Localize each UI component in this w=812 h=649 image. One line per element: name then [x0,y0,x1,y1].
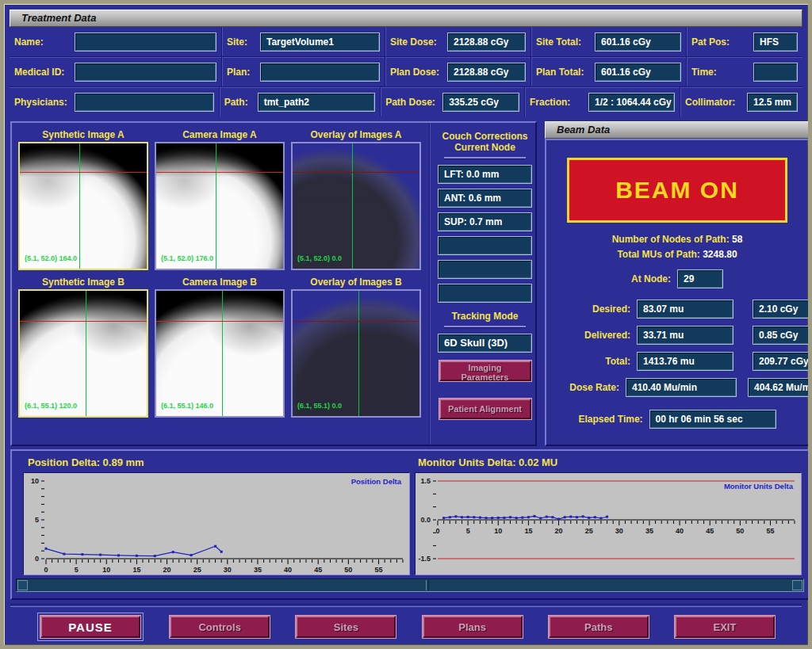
couch-empty-field-1 [438,236,532,255]
patient-alignment-button[interactable]: Patient Alignment [439,399,531,419]
elapsed-time-field: 00 hr 06 min 56 sec [649,410,776,429]
total-label: Total: [557,356,630,367]
tracking-mode-field[interactable]: 6D Skull (3D) [438,334,532,353]
crosshair-vline [79,143,80,269]
fraction-label: Fraction: [530,97,588,108]
scrollbar-left-cap[interactable] [17,580,28,590]
plan-dose-field: 2128.88 cGy [447,63,526,82]
crosshair-vline [352,143,353,269]
synthetic-image-a[interactable]: (5.1, 52.0) 164.0 [18,142,148,270]
name-label: Name: [14,36,75,48]
delivered-mu-field: 33.71 mu [637,326,733,345]
svg-text:-1.5: -1.5 [418,555,431,563]
dose-rate-row: Dose Rate: 410.40 Mu/min 404.62 Mu/min [557,378,797,397]
total-mus-label: Total MUs of Path: [617,249,699,260]
pause-button[interactable]: PAUSE [40,616,140,638]
crosshair-hline [156,321,283,322]
header-row-3: Physicians: Path:tmt_path2 Path Dose:335… [10,87,802,116]
current-node-subtitle: Current Node [438,142,532,153]
crosshair-hline [20,321,147,322]
svg-text:25: 25 [585,527,593,535]
scrollbar-right-cap[interactable] [792,580,802,590]
desired-mu-field: 83.07 mu [637,300,733,319]
svg-text:30: 30 [224,566,232,574]
image-coordinates: (6.1, 55.1) 0.0 [297,402,342,410]
svg-text:0: 0 [35,555,39,563]
paths-button[interactable]: Paths [549,616,649,638]
camera-b-title: Camera Image B [155,277,285,289]
site-label: Site: [227,36,260,48]
imaging-parameters-button[interactable]: Imaging Parameters [439,361,531,381]
couch-corrections-title: Couch Corrections [438,131,532,142]
plan-dose-label: Plan Dose: [390,67,447,78]
svg-text:Monitor Units Delta: Monitor Units Delta [724,482,794,491]
couch-empty-field-3 [438,284,532,303]
path-dose-field: 335.25 cGy [442,93,519,112]
svg-text:40: 40 [284,566,292,574]
svg-text:5: 5 [466,527,470,535]
medical-id-field[interactable] [75,63,216,82]
site-dose-field: 2128.88 cGy [447,32,526,52]
elapsed-time-label: Elapsed Time: [578,414,642,425]
svg-text:10: 10 [31,477,39,485]
crosshair-vline [86,291,86,416]
overlay-a-title: Overlay of Images A [291,129,421,142]
footer-buttons: PAUSE Controls Sites Plans Paths EXIT [4,609,808,644]
synthetic-image-b[interactable]: (6.1, 55.1) 120.0 [18,289,148,418]
svg-text:25: 25 [193,566,201,574]
pat-pos-field: HFS [753,32,798,52]
crosshair-hline [20,172,147,173]
couch-sup-field: SUP: 0.7 mm [438,212,532,231]
svg-text:35: 35 [645,527,653,535]
plans-button[interactable]: Plans [423,616,523,638]
nodes-of-path-value: 58 [732,234,742,245]
svg-text:45: 45 [706,527,714,535]
path-field[interactable]: tmt_path2 [258,93,376,112]
svg-text:50: 50 [736,527,744,535]
controls-button[interactable]: Controls [170,616,270,638]
camera-image-a[interactable]: (5.1, 52.0) 176.0 [155,142,285,270]
collimator-label: Collimator: [685,97,747,108]
horizontal-scrollbar[interactable] [16,578,804,592]
crosshair-vline [358,291,359,416]
at-node-label: At Node: [631,273,671,284]
nodes-of-path-label: Number of Nodes of Path: [612,234,730,245]
overlay-image-a[interactable]: (5.1, 52.0) 0.0 [291,142,421,270]
plan-total-field: 601.16 cGy [595,63,681,82]
svg-text:20: 20 [163,566,171,574]
physicians-field[interactable] [75,93,214,112]
sites-button[interactable]: Sites [296,616,396,638]
svg-text:30: 30 [615,527,623,535]
mu-delta-title: Monitor Units Delta: 0.02 MU [418,456,557,468]
position-delta-chart: 05101520253035404550550510Position Delta [24,473,409,575]
mu-delta-chart: 05101520253035404550551.50.0-1.5Monitor … [416,473,801,575]
beam-data-titlebar: Beam Data [545,121,810,139]
name-field[interactable] [75,32,216,52]
camera-a-title: Camera Image A [155,129,285,142]
delivered-row: Delivered: 33.71 mu 0.85 cGy [557,326,797,345]
site-field[interactable]: TargetVolume1 [260,32,380,52]
images-panel: Synthetic Image A (5.1, 52.0) 164.0 Came… [10,121,537,446]
image-coordinates: (6.1, 55.1) 120.0 [25,402,77,410]
exit-button[interactable]: EXIT [675,616,775,638]
dose-rate-field-1: 410.40 Mu/min [626,378,737,397]
beam-status-indicator: BEAM ON [567,158,787,223]
svg-text:10: 10 [494,527,502,535]
svg-text:0: 0 [44,566,48,574]
scrollbar-thumb-edge [426,580,429,590]
overlay-image-b[interactable]: (6.1, 55.1) 0.0 [291,289,421,418]
mu-delta-chart-box: 05101520253035404550551.50.0-1.5Monitor … [415,472,802,575]
plan-label: Plan: [227,67,260,78]
total-mus-line: Total MUs of Path: 3248.80 [557,249,797,260]
header-row-1: Name: Site:TargetVolume1 Site Dose:2128.… [10,27,802,57]
couch-lft-field: LFT: 0.0 mm [438,165,532,184]
svg-text:20: 20 [555,527,563,535]
plan-field[interactable] [260,63,380,82]
treatment-data-titlebar: Treatment Data [10,10,802,27]
fraction-field: 1/2 : 1064.44 cGy [588,93,675,112]
camera-image-b[interactable]: (6.1, 55.1) 146.0 [155,289,285,418]
svg-text:55: 55 [766,527,774,535]
site-dose-label: Site Dose: [390,36,447,48]
physicians-label: Physicians: [14,97,75,108]
treatment-data-section: Treatment Data Name: Site:TargetVolume1 … [10,10,802,116]
